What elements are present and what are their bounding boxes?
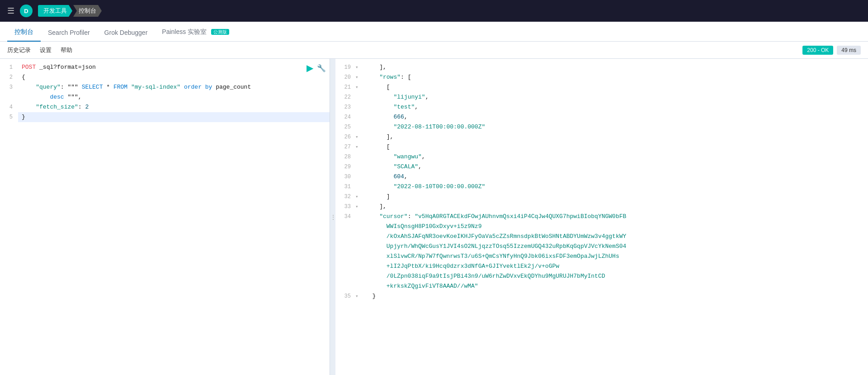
settings-button[interactable]: 设置 bbox=[40, 44, 52, 56]
tab-search-profiler[interactable]: Search Profiler bbox=[41, 24, 97, 42]
breadcrumb: 开发工具 控制台 bbox=[38, 5, 102, 17]
top-bar: ☰ D 开发工具 控制台 bbox=[0, 0, 868, 22]
nav-tabs: 控制台 Search Profiler Grok Debugger Painle… bbox=[0, 22, 868, 42]
breadcrumb-console[interactable]: 控制台 bbox=[73, 5, 102, 17]
status-time: 49 ms bbox=[837, 46, 861, 55]
resp-line-23: 23 "test", bbox=[335, 102, 868, 112]
hamburger-icon[interactable]: ☰ bbox=[7, 6, 14, 16]
main-content: ▶ 🔧 1 POST _sql?format=json 2 { 3 "query… bbox=[0, 59, 868, 375]
editor-panel: ▶ 🔧 1 POST _sql?format=json 2 { 3 "query… bbox=[0, 59, 330, 375]
help-button[interactable]: 帮助 bbox=[61, 44, 72, 56]
resp-line-21: 21 ▾ [ bbox=[335, 82, 868, 92]
resp-line-32: 32 ▾ ] bbox=[335, 192, 868, 202]
editor-line-5: 5 } bbox=[0, 112, 330, 122]
resp-line-34: 34 "cursor": "v5HqA0RGTACEkdFOwjAUhnvmQs… bbox=[335, 212, 868, 291]
editor-line-3: 3 "query": """ SELECT * FROM "my-sql-ind… bbox=[0, 82, 330, 92]
wrench-icon[interactable]: 🔧 bbox=[317, 64, 326, 72]
resp-line-19: 19 ▾ ], bbox=[335, 62, 868, 72]
resp-line-24: 24 666, bbox=[335, 112, 868, 122]
tab-console[interactable]: 控制台 bbox=[7, 24, 41, 42]
resp-line-30: 30 604, bbox=[335, 172, 868, 182]
tab-grok-debugger[interactable]: Grok Debugger bbox=[97, 24, 155, 42]
breadcrumb-devtools[interactable]: 开发工具 bbox=[38, 5, 72, 17]
editor-line-3b: desc """, bbox=[0, 92, 330, 102]
resp-line-29: 29 "SCALA", bbox=[335, 162, 868, 172]
resp-line-28: 28 "wangwu", bbox=[335, 152, 868, 162]
response-panel[interactable]: 19 ▾ ], 20 ▾ "rows": [ 21 ▾ [ 22 bbox=[335, 59, 868, 375]
editor-line-1: 1 POST _sql?format=json bbox=[0, 62, 330, 72]
divider-icon: ⋮ bbox=[330, 214, 335, 221]
avatar: D bbox=[20, 5, 33, 17]
resp-line-26: 26 ▾ ], bbox=[335, 132, 868, 142]
resp-line-20: 20 ▾ "rows": [ bbox=[335, 72, 868, 82]
toolbar: 历史记录 设置 帮助 200 - OK 49 ms bbox=[0, 42, 868, 59]
run-button[interactable]: ▶ bbox=[307, 62, 313, 73]
resp-line-25: 25 "2022-08-11T00:00:00.000Z" bbox=[335, 122, 868, 132]
panel-divider[interactable]: ⋮ bbox=[330, 59, 335, 375]
history-button[interactable]: 历史记录 bbox=[7, 44, 31, 56]
code-editor[interactable]: 1 POST _sql?format=json 2 { 3 "query": "… bbox=[0, 59, 330, 375]
resp-line-33: 33 ▾ ], bbox=[335, 202, 868, 212]
editor-line-2: 2 { bbox=[0, 72, 330, 82]
resp-line-31: 31 "2022-08-10T00:00:00.000Z" bbox=[335, 182, 868, 192]
tab-painless[interactable]: Painless 实验室 公测版 bbox=[155, 24, 236, 42]
beta-badge: 公测版 bbox=[211, 29, 229, 35]
resp-line-27: 27 ▾ [ bbox=[335, 142, 868, 152]
resp-line-35: 35 ▾ } bbox=[335, 291, 868, 301]
resp-line-22: 22 "lijunyi", bbox=[335, 92, 868, 102]
status-code: 200 - OK bbox=[802, 46, 833, 55]
editor-line-4: 4 "fetch_size": 2 bbox=[0, 102, 330, 112]
